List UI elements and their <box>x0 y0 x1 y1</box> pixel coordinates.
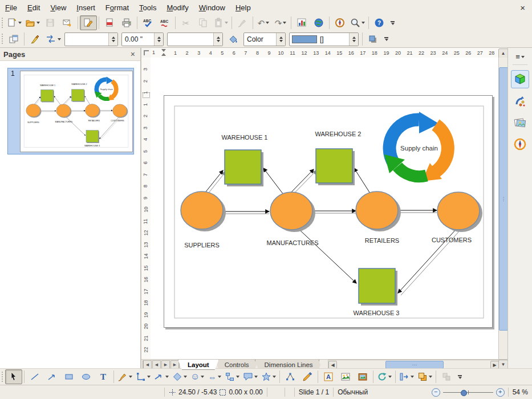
lines-arrows-button[interactable] <box>152 369 170 384</box>
line-width-value[interactable]: 0.00 " <box>122 35 154 43</box>
sidebar-navigator-icon[interactable] <box>511 135 529 153</box>
scroll-up-button[interactable]: ▲ <box>498 48 508 58</box>
edit-file-button[interactable] <box>80 15 97 30</box>
shadow-button[interactable] <box>364 32 381 47</box>
line-tool-button[interactable] <box>26 369 43 384</box>
arrange-button[interactable] <box>416 369 434 384</box>
pages-panel: Pages × 1 <box>0 48 141 369</box>
flowchart-button[interactable] <box>223 369 241 384</box>
spellcheck-button[interactable]: ABC <box>139 15 156 30</box>
ellipse-tool-button[interactable] <box>78 369 95 384</box>
sidebar-gallery-icon[interactable] <box>511 113 529 132</box>
connector-tool-button[interactable] <box>134 369 152 384</box>
document-close-icon[interactable]: × <box>513 0 532 15</box>
email-button[interactable] <box>59 15 76 30</box>
menu-item[interactable]: Window <box>194 0 230 15</box>
fill-type-spinner[interactable] <box>276 33 285 46</box>
line-color-select[interactable] <box>167 32 223 46</box>
fill-color-spinner[interactable] <box>349 33 358 46</box>
symbol-shapes-button[interactable]: ☺ <box>189 369 206 384</box>
line-width-spinbox[interactable]: 0.00 " <box>121 32 164 46</box>
zoom-slider[interactable] <box>443 389 493 396</box>
zoom-slider-thumb[interactable] <box>461 390 467 396</box>
ruler-number: 8 <box>251 50 263 56</box>
rectangle-tool-button[interactable] <box>60 369 78 384</box>
menu-item[interactable]: Help <box>230 0 256 15</box>
callouts-button[interactable] <box>241 369 259 384</box>
navigator-button[interactable] <box>331 15 348 30</box>
toolbar-handle[interactable] <box>1 371 4 382</box>
menu-item[interactable]: Edit <box>22 0 45 15</box>
basic-shapes-button[interactable] <box>170 369 189 384</box>
zoom-button[interactable] <box>348 15 367 30</box>
menu-item[interactable]: View <box>45 0 71 15</box>
page-thumbnail[interactable]: 1 <box>7 68 134 154</box>
undo-button[interactable]: ↶ <box>255 15 272 30</box>
fill-color-select[interactable]: [] <box>289 32 359 46</box>
redo-button[interactable]: ↷ <box>272 15 289 30</box>
ruler-origin-button[interactable] <box>141 48 151 58</box>
block-arrows-button[interactable]: ⇔ <box>206 369 223 384</box>
gallery-button[interactable] <box>354 369 371 384</box>
fill-color-value[interactable]: [] <box>317 35 349 43</box>
arrow-tool-button[interactable] <box>43 369 60 384</box>
insert-picture-button[interactable] <box>337 369 354 384</box>
vertical-scrollbar-thumb[interactable] <box>499 67 508 331</box>
line-style-spinner[interactable] <box>108 33 117 46</box>
line-width-spinner[interactable] <box>154 33 163 46</box>
curve-dropdown-icon <box>129 376 132 378</box>
arrow-style-button[interactable] <box>43 32 63 47</box>
alignment-button[interactable] <box>397 369 416 384</box>
line-style-select[interactable] <box>64 32 118 46</box>
horizontal-scrollbar-thumb[interactable] <box>385 361 444 369</box>
line-color-spinner[interactable] <box>213 33 222 46</box>
stars-button[interactable] <box>259 369 278 384</box>
horizontal-ruler[interactable]: 1 12345678910111213141516171819202122232… <box>151 48 498 58</box>
glue-points-button[interactable] <box>299 369 316 384</box>
hyperlink-globe-button[interactable] <box>310 15 327 30</box>
fontwork-button[interactable]: A <box>320 369 337 384</box>
fill-button[interactable] <box>225 32 242 47</box>
curve-tool-button[interactable] <box>116 369 134 384</box>
print-button[interactable] <box>118 15 135 30</box>
page-thumbnail-preview[interactable] <box>20 71 133 152</box>
menu-item[interactable]: Modify <box>161 0 193 15</box>
menu-item[interactable]: File <box>0 0 22 15</box>
line-button[interactable] <box>26 32 43 47</box>
menu-item[interactable]: Tools <box>134 0 161 15</box>
fill-type-select[interactable]: Color <box>243 32 286 46</box>
toolbar-overflow-icon[interactable] <box>390 21 395 25</box>
vertical-ruler[interactable]: 321 123456789101112131415161718192021222… <box>141 58 151 359</box>
scroll-right-button[interactable]: ▶ <box>490 361 499 369</box>
zoom-level-indicator[interactable]: 54 % <box>508 388 532 397</box>
sidebar-properties-icon[interactable] <box>511 70 529 88</box>
export-pdf-button[interactable] <box>101 15 118 30</box>
toolbar-overflow-icon[interactable] <box>457 375 462 379</box>
auto-spellcheck-button[interactable]: ABC <box>156 15 173 30</box>
tab-layout[interactable]: Layout <box>178 360 219 370</box>
toolbar-handle[interactable] <box>1 17 4 28</box>
slide-page[interactable] <box>164 95 493 328</box>
drawing-viewport[interactable] <box>151 58 498 359</box>
help-button[interactable]: ? <box>371 15 388 30</box>
text-tool-button[interactable]: T <box>95 369 112 384</box>
select-tool-button[interactable] <box>5 369 22 384</box>
menu-item[interactable]: Insert <box>71 0 100 15</box>
zoom-out-button[interactable]: − <box>432 388 440 397</box>
rotate-button[interactable] <box>375 369 393 384</box>
menu-item[interactable]: Format <box>100 0 134 15</box>
toolbar-overflow-icon[interactable] <box>384 37 388 41</box>
sidebar-shapes-icon[interactable] <box>511 92 529 110</box>
toolbar-handle[interactable] <box>1 33 4 45</box>
scroll-left-button[interactable]: ◀ <box>328 361 337 369</box>
pages-panel-close-icon[interactable]: × <box>129 50 137 59</box>
sidebar-menu-icon[interactable]: ≡ <box>515 52 525 61</box>
edit-points-button[interactable] <box>282 369 299 384</box>
styles-button[interactable] <box>5 32 22 47</box>
open-button[interactable] <box>23 15 42 30</box>
fill-type-value[interactable]: Color <box>244 35 276 43</box>
zoom-in-button[interactable]: + <box>496 388 505 397</box>
new-document-button[interactable] <box>5 15 23 30</box>
view-mode-indicator[interactable]: Обычный <box>333 388 372 397</box>
insert-chart-button[interactable] <box>293 15 310 30</box>
